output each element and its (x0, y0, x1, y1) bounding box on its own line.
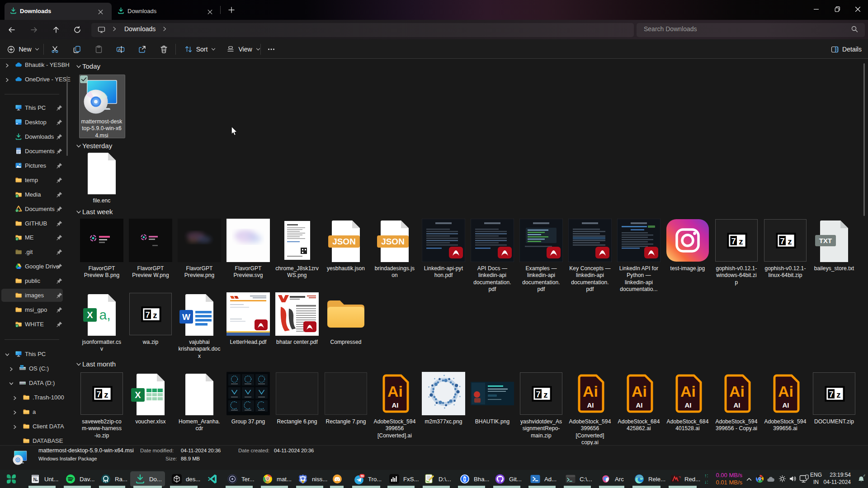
svg-text:Ai: Ai (583, 383, 598, 400)
svg-text:X: X (87, 310, 93, 320)
svg-text:a,: a, (99, 307, 110, 322)
svg-text:7: 7 (536, 389, 540, 399)
svg-text:X: X (135, 390, 141, 400)
svg-text:z: z (543, 390, 547, 399)
svg-text:N: N (33, 477, 36, 482)
svg-text:AI: AI (734, 401, 741, 409)
svg-text:AI: AI (587, 401, 594, 409)
svg-text:7: 7 (780, 236, 784, 246)
svg-text:7: 7 (731, 236, 736, 246)
svg-text:7: 7 (145, 310, 150, 319)
svg-text:z: z (788, 237, 792, 246)
svg-text:z: z (836, 390, 840, 399)
svg-text:A: A (118, 47, 121, 52)
svg-text:z: z (864, 474, 866, 476)
svg-text:Ai: Ai (680, 383, 696, 400)
svg-text:W: W (182, 312, 190, 322)
svg-text:AI: AI (783, 401, 789, 409)
svg-text:Ai: Ai (387, 383, 403, 400)
svg-text:Ai: Ai (729, 383, 745, 400)
svg-text:Ai: Ai (632, 383, 647, 400)
svg-text:TXT: TXT (819, 237, 832, 244)
svg-text:Ai: Ai (778, 383, 793, 400)
svg-text:JSON: JSON (381, 237, 405, 246)
svg-text:Beta: Beta (266, 481, 269, 483)
svg-text:AI: AI (636, 401, 643, 409)
svg-text:z: z (739, 237, 743, 246)
svg-text:71: 71 (679, 476, 681, 479)
svg-text:AI: AI (392, 401, 399, 409)
svg-text:JSON: JSON (332, 237, 356, 246)
svg-text:7: 7 (96, 389, 101, 399)
svg-text:AI: AI (685, 401, 692, 409)
svg-text:59: 59 (360, 474, 364, 478)
svg-text:7: 7 (829, 389, 833, 399)
svg-text:btc: btc (302, 481, 304, 483)
svg-text:z: z (153, 310, 157, 320)
svg-text:z: z (104, 390, 108, 399)
